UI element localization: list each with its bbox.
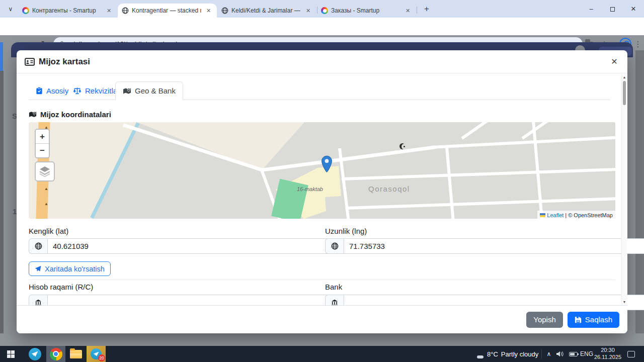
scroll-up-arrow[interactable]: ▲ xyxy=(622,75,627,79)
smartup-favicon xyxy=(321,7,328,14)
page-edge-left xyxy=(0,71,4,333)
tab-label: Asosiy xyxy=(46,86,68,95)
zoom-in-button[interactable]: + xyxy=(36,130,49,143)
map-district-label: Qorasoqol xyxy=(368,185,410,193)
tab-search-chevron-icon[interactable]: ∨ xyxy=(5,4,16,15)
tab-divider xyxy=(317,7,317,14)
show-on-map-button[interactable]: Xaritada ko'rsatish xyxy=(29,261,111,276)
weather-widget[interactable]: 8°C Partly cloudy xyxy=(474,346,538,362)
battery-icon[interactable] xyxy=(567,346,579,362)
taskbar-file-explorer[interactable] xyxy=(67,346,85,362)
save-floppy-icon xyxy=(575,316,582,323)
tab-title: Заказы - Smartup xyxy=(331,7,400,14)
scrollbar-thumb[interactable] xyxy=(623,81,626,105)
layers-icon xyxy=(38,165,51,178)
volume-icon[interactable] xyxy=(555,346,565,362)
id-card-icon xyxy=(25,58,35,66)
lng-label: Uzunlik (lng) xyxy=(325,227,615,235)
map-marked-icon xyxy=(123,87,131,95)
tab-title: Контрагенты - Smartup xyxy=(32,7,102,14)
weather-temp: 8°C xyxy=(487,350,498,358)
browser-tab-4[interactable]: Заказы - Smartup ✕ xyxy=(317,4,416,18)
start-button[interactable] xyxy=(3,346,18,362)
language-indicator[interactable]: ENG xyxy=(579,346,594,362)
show-on-map-label: Xaritada ko'rsatish xyxy=(45,265,105,273)
browser-tab-1[interactable]: Контрагенты - Smartup ✕ xyxy=(18,4,117,18)
tab-title: Keldi/Ketdi & Jarimalar — Hod xyxy=(231,7,301,14)
browser-tab-strip: ∨ Контрагенты - Smartup ✕ Kontragentlar … xyxy=(0,0,644,18)
section-title: Mijoz koordinatalari xyxy=(29,110,111,119)
scroll-down-arrow[interactable]: ▼ xyxy=(622,300,627,304)
taskbar-clock[interactable]: 20:30 26.11.2025 xyxy=(594,346,622,362)
location-marker-icon[interactable] xyxy=(321,155,333,173)
road-arrow-icon: ▲ xyxy=(44,202,48,206)
page-edge-right xyxy=(635,50,644,333)
maximize-icon xyxy=(610,7,615,12)
leaflet-link[interactable]: Leaflet xyxy=(547,212,564,218)
tab-close-icon[interactable]: ✕ xyxy=(204,7,213,15)
ukraine-flag-icon xyxy=(540,213,545,217)
screen: ∨ Контрагенты - Smartup ✕ Kontragentlar … xyxy=(0,0,644,362)
windows-logo-icon xyxy=(7,350,15,358)
zoom-out-button[interactable]: − xyxy=(36,144,49,157)
taskbar-telegram-gold[interactable]: 20 xyxy=(87,346,106,362)
action-center-icon[interactable] xyxy=(625,346,637,362)
tab-divider xyxy=(417,7,417,14)
browser-tab-2-active[interactable]: Kontragentlar — stacked moda ✕ xyxy=(118,4,217,18)
window-minimize-button[interactable]: – xyxy=(581,0,602,18)
divider xyxy=(29,280,615,280)
tab-label: Rekvizitlar xyxy=(85,86,120,95)
close-button[interactable]: Yopish xyxy=(526,312,563,328)
account-label: Hisob raqami (R/C) xyxy=(29,283,319,291)
tab-label: Geo & Bank xyxy=(135,86,176,95)
page-edge-blue xyxy=(0,42,3,71)
modal-tab-bar: Asosiy Rekvizitlar Geo & Bank xyxy=(29,81,610,100)
browser-tab-3[interactable]: Keldi/Ketdi & Jarimalar — Hod ✕ xyxy=(217,4,316,18)
partly-cloudy-night-icon xyxy=(474,349,484,359)
notification-badge: 20 xyxy=(98,354,105,361)
smartup-favicon xyxy=(22,7,29,14)
map-school-label: 16-maktab xyxy=(297,186,323,192)
tray-chevron-icon[interactable]: ∧ xyxy=(544,346,553,362)
weather-condition: Partly cloudy xyxy=(501,350,538,358)
windows-taskbar: 20 8°C Partly cloudy ∧ ENG 20:30 26.11.2… xyxy=(0,346,644,362)
window-maximize-button[interactable] xyxy=(602,0,623,18)
tab-close-icon[interactable]: ✕ xyxy=(304,7,312,15)
chrome-icon xyxy=(50,348,62,360)
browser-menu-icon[interactable]: ⋮ xyxy=(632,38,644,50)
save-button[interactable]: Saqlash xyxy=(568,312,619,328)
modal-scrollbar[interactable]: ▲ ▼ xyxy=(621,74,627,305)
globe-favicon xyxy=(122,7,129,14)
folder-icon xyxy=(70,350,82,358)
clock-time: 20:30 xyxy=(601,347,615,354)
telegram-icon xyxy=(29,348,41,360)
globe-icon xyxy=(29,238,47,254)
osm-attribution[interactable]: © OpenStreetMap xyxy=(568,212,613,218)
mosque-icon xyxy=(399,143,406,149)
modal-close-icon[interactable]: ✕ xyxy=(609,57,619,67)
map-marked-icon xyxy=(29,111,37,118)
window-controls: – ✕ xyxy=(581,0,644,18)
globe-icon xyxy=(325,238,344,254)
map-layers-button[interactable] xyxy=(35,161,55,182)
tab-close-icon[interactable]: ✕ xyxy=(105,7,113,15)
leaflet-map[interactable]: ▲ ▲ ▲ 16-maktab Qorasoqol + − Leaflet | … xyxy=(29,122,615,219)
clipboard-icon xyxy=(36,87,43,95)
lng-input-group xyxy=(325,238,644,254)
taskbar-telegram[interactable] xyxy=(26,346,43,362)
balance-scale-icon xyxy=(73,87,82,95)
modal-header: Mijoz kartasi xyxy=(17,50,627,73)
taskbar-chrome-active[interactable] xyxy=(46,346,65,362)
lat-label: Kenglik (lat) xyxy=(29,227,319,235)
section-title-text: Mijoz koordinatalari xyxy=(40,110,111,119)
modal-title: Mijoz kartasi xyxy=(39,57,90,67)
lng-input[interactable] xyxy=(344,238,644,254)
road-arrow-icon: ▲ xyxy=(44,187,48,191)
tab-geo-bank[interactable]: Geo & Bank xyxy=(115,81,183,100)
taskbar-separator xyxy=(541,349,542,358)
map-zoom-control: + − xyxy=(35,129,50,158)
window-close-button[interactable]: ✕ xyxy=(623,0,644,18)
tab-close-icon[interactable]: ✕ xyxy=(404,7,412,15)
globe-favicon xyxy=(221,7,228,14)
new-tab-button[interactable]: + xyxy=(421,4,433,16)
